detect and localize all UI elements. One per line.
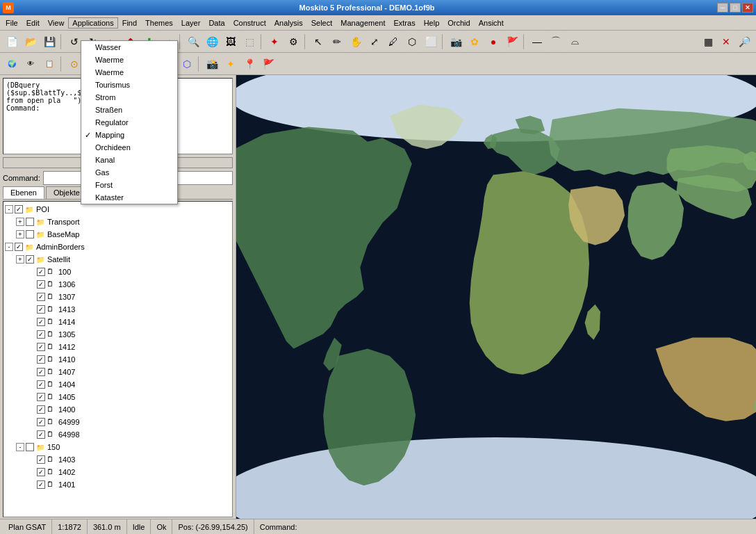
dropdown-item-wasser[interactable]: Wasser bbox=[81, 41, 177, 54]
tree-item[interactable]: 🗒1413 bbox=[5, 303, 231, 316]
tree-expand-btn[interactable] bbox=[27, 305, 35, 314]
tree-expand-btn[interactable]: - bbox=[5, 243, 13, 251]
tb2-spark[interactable]: ✦ bbox=[222, 55, 240, 73]
tb2-marker[interactable]: 📍 bbox=[240, 55, 258, 73]
menu-item-themes[interactable]: Themes bbox=[141, 17, 177, 29]
tree-expand-btn[interactable]: + bbox=[16, 218, 24, 226]
tree-expand-btn[interactable] bbox=[27, 393, 35, 401]
menu-item-find[interactable]: Find bbox=[118, 17, 141, 29]
tree-item[interactable]: 🗒1400 bbox=[5, 403, 231, 416]
zoom-button[interactable]: 🔎 bbox=[735, 33, 753, 51]
menu-item-layer[interactable]: Layer bbox=[177, 17, 205, 29]
tb2-3[interactable]: 📋 bbox=[40, 55, 58, 73]
save-button[interactable]: 💾 bbox=[40, 33, 58, 51]
map-area[interactable] bbox=[236, 75, 756, 519]
tree-checkbox[interactable] bbox=[37, 380, 45, 389]
tb2-1[interactable]: 🌍 bbox=[3, 55, 21, 73]
star-button[interactable]: ✦ bbox=[265, 33, 284, 51]
tree-checkbox[interactable] bbox=[26, 218, 34, 226]
tree-expand-btn[interactable] bbox=[27, 380, 35, 389]
tree-item[interactable]: 🗒1410 bbox=[5, 353, 231, 366]
tb2-2[interactable]: 👁 bbox=[22, 55, 40, 73]
menu-item-ansicht[interactable]: Ansicht bbox=[475, 17, 508, 29]
tree-expand-btn[interactable]: - bbox=[16, 443, 24, 451]
move-button[interactable]: ⤢ bbox=[365, 33, 384, 51]
tree-checkbox[interactable] bbox=[37, 268, 45, 276]
tree-expand-btn[interactable] bbox=[27, 355, 35, 364]
menu-item-orchid[interactable]: Orchid bbox=[443, 17, 474, 29]
globe-button[interactable]: 🌐 bbox=[203, 33, 221, 51]
pointer-button[interactable]: ↖ bbox=[309, 33, 327, 51]
dropdown-item-kataster[interactable]: Kataster bbox=[81, 191, 177, 204]
tree-checkbox[interactable] bbox=[37, 455, 45, 464]
tree-item[interactable]: 🗒1407 bbox=[5, 366, 231, 378]
tree-item[interactable]: 🗒1412 bbox=[5, 341, 231, 353]
dropdown-item-forst[interactable]: Forst bbox=[81, 179, 177, 191]
menu-item-data[interactable]: Data bbox=[204, 17, 229, 29]
tree-checkbox[interactable] bbox=[37, 305, 45, 314]
dropdown-item-waerme[interactable]: Waerme bbox=[81, 66, 177, 79]
tree-checkbox[interactable] bbox=[26, 255, 34, 264]
tree-checkbox[interactable] bbox=[37, 405, 45, 414]
tree-checkbox[interactable] bbox=[26, 443, 34, 451]
dropdown-item-strom[interactable]: Strom bbox=[81, 91, 177, 104]
tree-checkbox[interactable] bbox=[37, 280, 45, 289]
tree-checkbox[interactable] bbox=[15, 243, 23, 251]
menu-item-analysis[interactable]: Analysis bbox=[270, 17, 307, 29]
close-button[interactable]: ✕ bbox=[742, 3, 753, 13]
tree-item[interactable]: 🗒1306 bbox=[5, 278, 231, 291]
tree-expand-btn[interactable]: - bbox=[5, 205, 13, 213]
tree-item[interactable]: 🗒1307 bbox=[5, 291, 231, 303]
tb2-flag[interactable]: 🚩 bbox=[259, 55, 277, 73]
tree-expand-btn[interactable] bbox=[27, 293, 35, 301]
edit-button[interactable]: 🖊 bbox=[384, 33, 402, 51]
search-button[interactable]: 🔍 bbox=[184, 33, 202, 51]
tree-expand-btn[interactable] bbox=[27, 405, 35, 414]
tree-item[interactable]: +📁Transport bbox=[5, 216, 231, 228]
menu-item-applications[interactable]: Applications bbox=[68, 17, 117, 29]
tree-item[interactable]: 🗒1402 bbox=[5, 466, 231, 478]
tb2-camera[interactable]: 📸 bbox=[203, 55, 221, 73]
delete-button[interactable]: ✕ bbox=[717, 33, 735, 51]
menu-item-management[interactable]: Management bbox=[336, 17, 389, 29]
menu-item-construct[interactable]: Construct bbox=[229, 17, 270, 29]
menu-item-select[interactable]: Select bbox=[307, 17, 337, 29]
tree-expand-btn[interactable] bbox=[27, 368, 35, 376]
dropdown-item-regulator[interactable]: Regulator bbox=[81, 116, 177, 129]
layers-button[interactable]: ▦ bbox=[699, 33, 717, 51]
tree-item[interactable]: +📁Satellit bbox=[5, 253, 231, 266]
tree-item[interactable]: 🗒1414 bbox=[5, 316, 231, 328]
tree-item[interactable]: -📁AdminBorders bbox=[5, 241, 231, 253]
tree-item[interactable]: +📁BaseMap bbox=[5, 228, 231, 241]
photo-button[interactable]: 🖼 bbox=[222, 33, 240, 51]
tree-expand-btn[interactable]: + bbox=[16, 230, 24, 238]
menu-item-help[interactable]: Help bbox=[420, 17, 444, 29]
tree-expand-btn[interactable] bbox=[27, 468, 35, 476]
box-button[interactable]: ⬜ bbox=[422, 33, 440, 51]
tree-checkbox[interactable] bbox=[37, 480, 45, 489]
dropdown-item-kanal[interactable]: Kanal bbox=[81, 154, 177, 166]
tree-item[interactable]: 🗒1403 bbox=[5, 453, 231, 466]
gear-button[interactable]: ⚙ bbox=[284, 33, 302, 51]
tb2-10[interactable]: ⬡ bbox=[178, 55, 196, 73]
tree-checkbox[interactable] bbox=[37, 468, 45, 476]
tree-item[interactable]: 🗒1405 bbox=[5, 391, 231, 403]
curve-button[interactable]: ⌒ bbox=[547, 33, 565, 51]
tree-item[interactable]: -📁POI bbox=[5, 203, 231, 216]
tree-checkbox[interactable] bbox=[26, 230, 34, 238]
menu-item-extras[interactable]: Extras bbox=[389, 17, 419, 29]
tree-checkbox[interactable] bbox=[37, 355, 45, 364]
tree-checkbox[interactable] bbox=[37, 330, 45, 339]
tree-checkbox[interactable] bbox=[15, 205, 23, 213]
dropdown-item-mapping[interactable]: Mapping bbox=[81, 129, 177, 141]
tree-checkbox[interactable] bbox=[37, 393, 45, 401]
layer-tree[interactable]: -📁POI+📁Transport+📁BaseMap-📁AdminBorders+… bbox=[3, 201, 233, 517]
tree-expand-btn[interactable] bbox=[27, 330, 35, 339]
flower-button[interactable]: ✿ bbox=[466, 33, 484, 51]
dropdown-item-straßen[interactable]: Straßen bbox=[81, 104, 177, 116]
tree-checkbox[interactable] bbox=[37, 293, 45, 301]
red-dot-button[interactable]: ● bbox=[484, 33, 502, 51]
tree-item[interactable]: 🗒100 bbox=[5, 266, 231, 278]
tab-ebenen[interactable]: Ebenen bbox=[3, 186, 44, 199]
tree-item[interactable]: 🗒64998 bbox=[5, 428, 231, 441]
